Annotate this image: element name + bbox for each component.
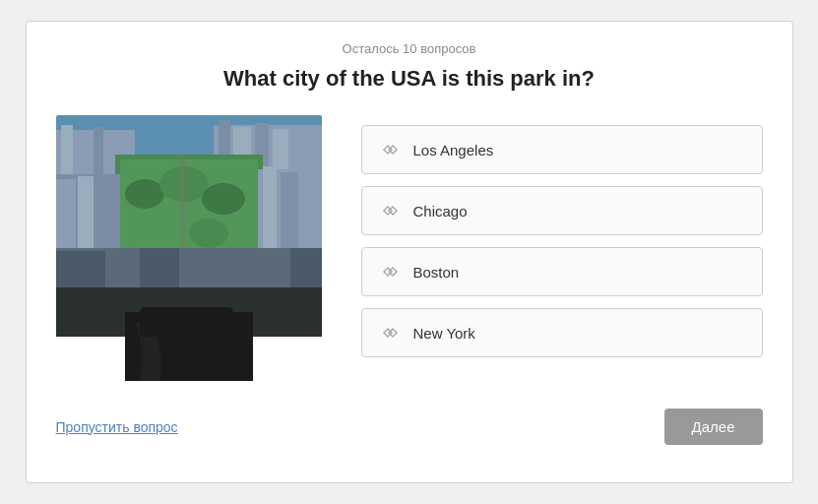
svg-rect-26 [281,172,298,258]
answer-icon-a2 [378,199,402,222]
svg-rect-3 [76,135,91,179]
svg-point-14 [125,179,164,209]
question-title: What city of the USA is this park in? [56,66,763,92]
skip-button[interactable]: Пропустить вопрос [56,419,178,435]
next-button[interactable]: Далее [664,409,763,445]
svg-point-18 [189,219,228,248]
answer-text-a2: Chicago [413,203,468,220]
answer-text-a3: Boston [413,264,460,281]
answer-option-a3[interactable]: Boston [361,247,763,296]
answer-option-a1[interactable]: Los Angeles [361,125,763,174]
answer-icon-a1 [378,138,402,161]
answer-option-a2[interactable]: Chicago [361,186,763,235]
svg-rect-23 [97,182,117,253]
svg-rect-21 [56,179,76,253]
svg-rect-25 [263,166,277,257]
answer-option-a4[interactable]: New York [361,308,763,357]
svg-point-17 [137,210,172,237]
svg-rect-2 [61,125,73,179]
content-area: Los Angeles Chicago Boston New York [56,115,763,381]
answer-icon-a4 [378,321,402,345]
park-image [56,115,322,381]
svg-rect-27 [300,168,322,258]
park-image-area [56,115,322,381]
svg-rect-4 [94,127,103,178]
questions-remaining: Осталось 10 вопросов [56,41,763,56]
svg-rect-36 [140,307,233,337]
quiz-container: Осталось 10 вопросов What city of the US… [26,21,793,483]
footer: Пропустить вопрос Далее [56,409,763,445]
answer-icon-a3 [378,260,402,284]
svg-rect-22 [78,176,94,253]
answer-text-a1: Los Angeles [413,142,494,158]
svg-point-16 [202,183,245,215]
answers-area: Los Angeles Chicago Boston New York [361,115,763,357]
answer-text-a4: New York [413,325,475,342]
